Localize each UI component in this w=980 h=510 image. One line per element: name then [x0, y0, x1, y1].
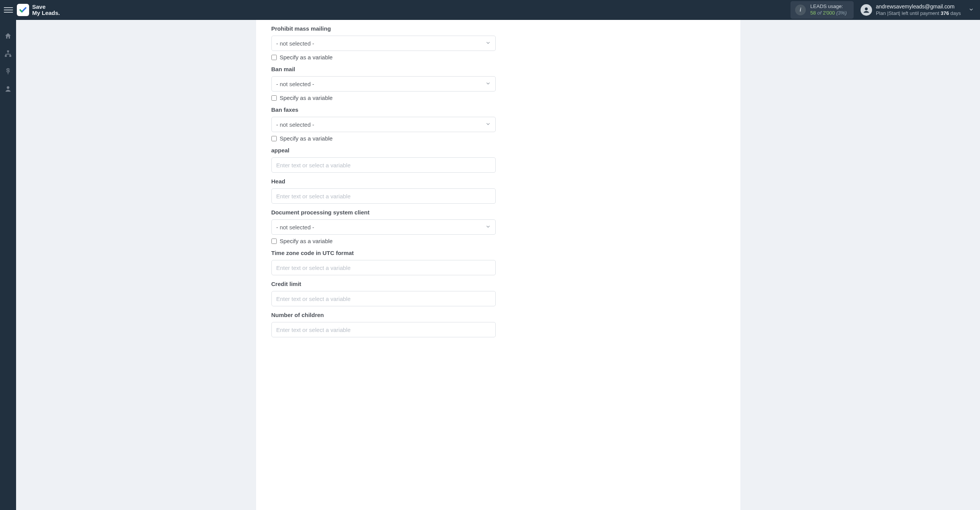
specify-variable-checkbox[interactable] — [271, 55, 277, 60]
usage-of: of — [817, 10, 822, 16]
field-credit-limit: Credit limit — [271, 281, 496, 306]
leads-usage-pill: i LEADS usage: 58 of 2'000 (3%) — [791, 1, 854, 19]
chevron-down-icon — [485, 121, 491, 128]
chevron-down-icon — [485, 40, 491, 47]
specify-variable-row[interactable]: Specify as a variable — [271, 54, 496, 60]
plan-prefix: Plan |Start| left until payment — [876, 10, 941, 16]
user-chip[interactable]: andrewsavemyleads@gmail.com Plan |Start|… — [861, 3, 961, 16]
field-head: Head — [271, 178, 496, 204]
form-column: Prohibit mass mailing - not selected - S… — [271, 25, 496, 337]
chevron-down-icon — [485, 81, 491, 87]
chevron-down-icon — [485, 224, 491, 230]
input-head-text[interactable] — [276, 189, 491, 203]
specify-variable-row[interactable]: Specify as a variable — [271, 95, 496, 101]
logo[interactable]: Save My Leads. — [17, 4, 60, 16]
field-number-of-children: Number of children — [271, 312, 496, 337]
field-label: Document processing system client — [271, 209, 496, 216]
app-header: Save My Leads. i LEADS usage: 58 of 2'00… — [0, 0, 980, 20]
field-doc-processing-client: Document processing system client - not … — [271, 209, 496, 244]
logo-line1: Save — [32, 4, 60, 10]
page: Prohibit mass mailing - not selected - S… — [16, 20, 980, 510]
input-number-of-children[interactable] — [271, 322, 496, 337]
sidebar — [0, 20, 16, 510]
field-label: Credit limit — [271, 281, 496, 287]
field-label: Time zone code in UTC format — [271, 250, 496, 256]
select-ban-faxes[interactable]: - not selected - — [271, 117, 496, 132]
input-credit-limit-text[interactable] — [276, 291, 491, 306]
usage-used: 58 — [810, 10, 816, 16]
specify-variable-label: Specify as a variable — [280, 238, 333, 244]
input-appeal-text[interactable] — [276, 158, 491, 172]
plan-days: 376 — [941, 10, 949, 16]
field-timezone-utc: Time zone code in UTC format — [271, 250, 496, 275]
user-text: andrewsavemyleads@gmail.com Plan |Start|… — [876, 3, 961, 16]
usage-total: 2'000 — [823, 10, 835, 16]
user-chevron-down-icon[interactable] — [966, 5, 976, 16]
field-ban-mail: Ban mail - not selected - Specify as a v… — [271, 66, 496, 101]
input-timezone-utc[interactable] — [271, 260, 496, 275]
field-label: Number of children — [271, 312, 496, 318]
usage-pct: (3%) — [836, 10, 846, 16]
plan-suffix: days — [949, 10, 961, 16]
svg-rect-4 — [9, 55, 11, 57]
specify-variable-checkbox[interactable] — [271, 95, 277, 101]
usage-text: LEADS usage: 58 of 2'000 (3%) — [810, 3, 847, 16]
svg-point-5 — [7, 86, 10, 89]
select-value: - not selected - — [276, 121, 314, 128]
svg-rect-3 — [5, 55, 7, 57]
input-credit-limit[interactable] — [271, 291, 496, 306]
select-value: - not selected - — [276, 40, 314, 47]
input-number-of-children-text[interactable] — [276, 322, 491, 337]
form-card: Prohibit mass mailing - not selected - S… — [256, 20, 740, 510]
specify-variable-label: Specify as a variable — [280, 95, 333, 101]
sitemap-icon[interactable] — [3, 49, 13, 58]
select-prohibit-mass-mailing[interactable]: - not selected - — [271, 36, 496, 51]
field-label: Prohibit mass mailing — [271, 25, 496, 32]
specify-variable-label: Specify as a variable — [280, 135, 333, 142]
specify-variable-label: Specify as a variable — [280, 54, 333, 60]
field-label: Ban mail — [271, 66, 496, 72]
input-appeal[interactable] — [271, 157, 496, 173]
select-doc-processing-client[interactable]: - not selected - — [271, 219, 496, 235]
select-value: - not selected - — [276, 224, 314, 230]
svg-rect-2 — [7, 51, 9, 52]
field-prohibit-mass-mailing: Prohibit mass mailing - not selected - S… — [271, 25, 496, 60]
specify-variable-row[interactable]: Specify as a variable — [271, 135, 496, 142]
user-plan: Plan |Start| left until payment 376 days — [876, 10, 961, 16]
field-label: Head — [271, 178, 496, 185]
field-label: Ban faxes — [271, 106, 496, 113]
menu-icon[interactable] — [4, 5, 13, 15]
svg-point-1 — [865, 8, 867, 10]
dollar-icon[interactable] — [3, 67, 13, 76]
info-icon: i — [795, 5, 806, 15]
select-value: - not selected - — [276, 81, 314, 87]
logo-mark-icon — [17, 4, 29, 16]
usage-label: LEADS usage: — [810, 3, 847, 10]
specify-variable-row[interactable]: Specify as a variable — [271, 238, 496, 244]
user-email: andrewsavemyleads@gmail.com — [876, 3, 961, 10]
home-icon[interactable] — [3, 31, 13, 41]
specify-variable-checkbox[interactable] — [271, 239, 277, 244]
logo-text: Save My Leads. — [32, 4, 60, 16]
input-timezone-utc-text[interactable] — [276, 260, 491, 275]
usage-values: 58 of 2'000 (3%) — [810, 10, 847, 16]
field-appeal: appeal — [271, 147, 496, 173]
profile-icon[interactable] — [3, 84, 13, 93]
select-ban-mail[interactable]: - not selected - — [271, 76, 496, 92]
specify-variable-checkbox[interactable] — [271, 136, 277, 141]
avatar-icon — [861, 4, 872, 16]
logo-line2: My Leads. — [32, 10, 60, 16]
field-label: appeal — [271, 147, 496, 154]
field-ban-faxes: Ban faxes - not selected - Specify as a … — [271, 106, 496, 142]
input-head[interactable] — [271, 188, 496, 204]
